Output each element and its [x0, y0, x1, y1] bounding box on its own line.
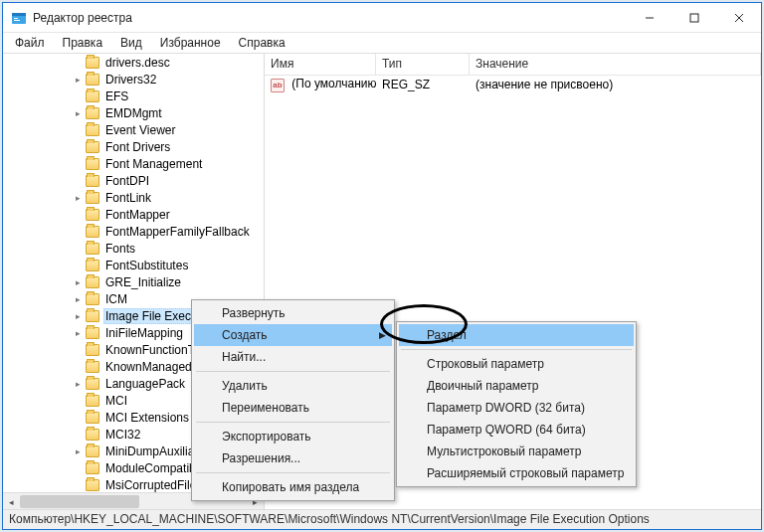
expander-icon: [73, 158, 84, 169]
tree-node-label: FontMapperFamilyFallback: [103, 225, 252, 239]
menu-item[interactable]: Расширяемый строковый параметр: [399, 462, 634, 484]
tree-node[interactable]: ▸Drivers32: [3, 71, 264, 88]
menu-item-label: Создать: [222, 328, 268, 342]
menu-item[interactable]: Параметр QWORD (64 бита): [399, 419, 634, 441]
menu-edit[interactable]: Правка: [55, 34, 111, 52]
menu-item[interactable]: Разрешения...: [194, 447, 392, 469]
menu-item[interactable]: Экспортировать: [194, 426, 392, 447]
tree-node-label: drivers.desc: [103, 56, 172, 70]
menu-item-label: Переименовать: [222, 401, 309, 415]
menu-item[interactable]: Строковый параметр: [399, 353, 634, 375]
expander-icon[interactable]: ▸: [73, 107, 84, 118]
titlebar[interactable]: Редактор реестра: [3, 3, 761, 33]
close-button[interactable]: [716, 3, 761, 32]
submenu-arrow-icon: ▶: [379, 330, 386, 340]
folder-icon: [86, 344, 99, 356]
tree-node-label: Fonts: [103, 242, 137, 256]
svg-rect-3: [14, 20, 20, 21]
expander-icon[interactable]: ▸: [73, 293, 84, 304]
scroll-left-icon[interactable]: ◂: [3, 493, 20, 509]
expander-icon[interactable]: ▸: [73, 74, 84, 85]
tree-node[interactable]: FontDPI: [3, 172, 264, 189]
menu-item[interactable]: Копировать имя раздела: [194, 476, 392, 498]
tree-node[interactable]: drivers.desc: [3, 54, 264, 71]
menu-item[interactable]: Переименовать: [194, 397, 392, 419]
value-name: (По умолчанию): [291, 77, 376, 90]
folder-icon: [86, 243, 99, 255]
context-menu-key[interactable]: РазвернутьСоздать▶Найти...УдалитьПереиме…: [191, 299, 395, 501]
expander-icon[interactable]: ▸: [73, 327, 84, 338]
folder-icon: [86, 107, 99, 119]
expander-icon[interactable]: ▸: [73, 445, 84, 456]
folder-icon: [86, 209, 99, 221]
menu-item[interactable]: Развернуть: [194, 302, 392, 324]
expander-icon: [73, 412, 84, 423]
string-value-icon: ab: [271, 79, 285, 92]
menu-separator: [196, 371, 390, 372]
expander-icon: [73, 209, 84, 220]
expander-icon: [73, 479, 84, 490]
svg-rect-2: [14, 18, 18, 19]
value-data: (значение не присвоено): [470, 78, 761, 91]
menu-item[interactable]: Удалить: [194, 375, 392, 397]
minimize-button[interactable]: [627, 3, 671, 32]
menu-item-label: Раздел: [427, 328, 467, 342]
svg-rect-5: [690, 14, 698, 22]
col-name[interactable]: Имя: [265, 54, 376, 75]
menu-item[interactable]: Двоичный параметр: [399, 375, 634, 397]
menu-help[interactable]: Справка: [231, 34, 293, 52]
tree-node-label: FontMapper: [103, 208, 172, 222]
expander-icon: [73, 260, 84, 270]
tree-node[interactable]: Font Management: [3, 155, 264, 172]
maximize-button[interactable]: [671, 3, 716, 32]
app-icon: [11, 10, 27, 26]
tree-node[interactable]: Fonts: [3, 240, 264, 257]
folder-icon: [86, 74, 99, 86]
window-title: Редактор реестра: [33, 11, 627, 25]
tree-node-label: Font Drivers: [103, 140, 172, 154]
tree-node[interactable]: EFS: [3, 88, 264, 104]
tree-node-label: ModuleCompatibi: [103, 461, 200, 475]
expander-icon[interactable]: ▸: [73, 378, 84, 389]
list-row[interactable]: ab (По умолчанию) REG_SZ (значение не пр…: [265, 76, 761, 93]
menu-item[interactable]: Параметр DWORD (32 бита): [399, 397, 634, 419]
expander-icon: [73, 395, 84, 406]
tree-node-label: KnownFunctionTa: [103, 343, 202, 357]
expander-icon[interactable]: ▸: [73, 192, 84, 203]
menu-item[interactable]: Раздел: [399, 324, 634, 346]
tree-node[interactable]: FontSubstitutes: [3, 257, 264, 273]
folder-icon: [86, 158, 99, 170]
col-type[interactable]: Тип: [376, 54, 470, 75]
expander-icon: [73, 90, 84, 101]
folder-icon: [86, 462, 99, 474]
tree-node-label: MCI Extensions: [103, 411, 191, 425]
menu-view[interactable]: Вид: [112, 34, 150, 52]
tree-node[interactable]: FontMapperFamilyFallback: [3, 223, 264, 240]
menu-fav[interactable]: Избранное: [152, 34, 229, 52]
tree-node[interactable]: Font Drivers: [3, 138, 264, 155]
tree-node-label: EMDMgmt: [103, 106, 164, 120]
expander-icon[interactable]: ▸: [73, 276, 84, 287]
col-value[interactable]: Значение: [470, 54, 761, 75]
folder-icon: [86, 141, 99, 153]
menu-item[interactable]: Мультистроковый параметр: [399, 441, 634, 462]
menu-file[interactable]: Файл: [7, 34, 53, 52]
tree-node-label: FontSubstitutes: [103, 259, 190, 272]
tree-node[interactable]: Event Viewer: [3, 121, 264, 138]
expander-icon[interactable]: ▸: [73, 310, 84, 321]
tree-node-label: GRE_Initialize: [103, 275, 183, 289]
context-menu-new[interactable]: РазделСтроковый параметрДвоичный парамет…: [396, 321, 637, 487]
menu-item[interactable]: Найти...: [194, 346, 392, 368]
tree-node[interactable]: ▸EMDMgmt: [3, 104, 264, 121]
scroll-thumb[interactable]: [20, 495, 139, 508]
tree-node[interactable]: ▸GRE_Initialize: [3, 273, 264, 290]
folder-icon: [86, 412, 99, 424]
menu-item[interactable]: Создать▶: [194, 324, 392, 346]
menu-item-label: Экспортировать: [222, 430, 311, 443]
tree-node[interactable]: ▸FontLink: [3, 189, 264, 206]
tree-node-label: FontDPI: [103, 174, 151, 188]
folder-icon: [86, 124, 99, 136]
expander-icon: [73, 462, 84, 473]
tree-node[interactable]: FontMapper: [3, 206, 264, 223]
expander-icon: [73, 124, 84, 135]
